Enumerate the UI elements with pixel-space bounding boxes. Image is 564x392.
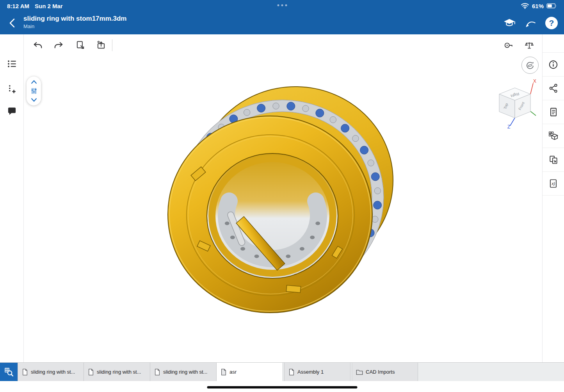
search-icon	[4, 367, 14, 377]
tab-label: sliding ring with st...	[97, 369, 146, 375]
history-up-button[interactable]	[29, 79, 39, 85]
measure-button[interactable]	[500, 37, 517, 54]
battery-percent: 61%	[532, 3, 544, 9]
battery-icon	[546, 3, 557, 9]
stylus-icon	[525, 18, 536, 28]
status-bar: 8:12 AM Sun 2 Mar 61%	[0, 0, 564, 12]
grid-cube-icon	[548, 131, 559, 141]
question-mark-icon: ?	[549, 18, 554, 28]
date: Sun 2 Mar	[35, 3, 63, 9]
help-button[interactable]: ?	[543, 14, 560, 32]
tab-document-1[interactable]: sliding ring with st...	[18, 363, 84, 381]
document-icon	[22, 369, 28, 376]
clock: 8:12 AM	[7, 3, 29, 9]
home-bar-area	[0, 381, 564, 392]
tab-label: asr	[230, 369, 279, 375]
back-button[interactable]	[5, 15, 20, 31]
formula-icon: x)	[548, 178, 559, 189]
notes-button[interactable]	[543, 100, 564, 124]
import-page-icon	[96, 40, 106, 50]
undo-icon	[33, 40, 43, 50]
chevron-down-icon	[30, 98, 38, 102]
tab-asr[interactable]: asr	[217, 363, 283, 381]
redo-button[interactable]	[50, 37, 67, 54]
3d-viewport[interactable]	[0, 0, 564, 392]
tab-document-2[interactable]: sliding ring with st...	[84, 363, 150, 381]
info-icon	[548, 59, 559, 70]
share-icon	[548, 83, 559, 93]
orientation-cube[interactable]: X Z Top Right Front	[491, 79, 544, 130]
search-tab-button[interactable]	[0, 363, 18, 381]
info-button[interactable]	[543, 53, 564, 77]
copy-pages-icon	[548, 155, 559, 165]
nav-bar: sliding ring with stom17mm.3dm Main ?	[0, 12, 564, 34]
import-button[interactable]	[93, 37, 110, 54]
folder-icon	[356, 369, 363, 375]
page-title: sliding ring with stom17mm.3dm	[23, 14, 126, 23]
tab-document-3[interactable]: sliding ring with st...	[150, 363, 217, 381]
scale-check-button[interactable]	[521, 37, 538, 54]
export-page-icon	[75, 40, 85, 50]
history-down-button[interactable]	[29, 97, 39, 103]
history-slider-icon[interactable]	[30, 87, 38, 95]
design-space-label: Main	[23, 23, 126, 30]
export-copy-button[interactable]	[72, 37, 89, 54]
measure-tape-icon	[503, 40, 513, 50]
orbit-rotate-icon	[525, 60, 535, 70]
document-icon	[88, 369, 94, 376]
document-icon	[154, 369, 160, 376]
learn-button[interactable]	[501, 14, 518, 32]
balance-scale-icon	[524, 40, 534, 50]
document-icon	[288, 369, 295, 376]
home-indicator[interactable]	[207, 386, 357, 388]
axis-x-label: X	[533, 79, 536, 84]
tab-cad-imports[interactable]: CAD Imports	[352, 363, 418, 381]
svg-text:x): x)	[551, 181, 555, 186]
tab-label: Assembly 1	[297, 369, 346, 375]
add-item-button[interactable]	[3, 80, 20, 98]
document-icon	[221, 369, 227, 376]
wifi-icon	[521, 2, 529, 9]
comment-icon	[7, 106, 17, 117]
export-parts-button[interactable]	[543, 148, 564, 172]
share-button[interactable]	[543, 77, 564, 100]
items-list-icon	[7, 59, 17, 69]
graduation-cap-icon	[504, 18, 515, 28]
right-toolbar: x)	[542, 34, 564, 362]
tab-label: sliding ring with st...	[31, 369, 80, 375]
left-toolbar	[0, 34, 24, 362]
tab-label: CAD Imports	[366, 369, 414, 375]
history-stepper	[27, 77, 41, 105]
multitask-indicator[interactable]	[277, 4, 287, 6]
pencil-settings-button[interactable]	[522, 14, 539, 32]
comments-button[interactable]	[3, 103, 20, 120]
document-title-block: sliding ring with stom17mm.3dm Main	[23, 14, 126, 30]
tab-assembly-1[interactable]: Assembly 1	[284, 363, 350, 381]
chevron-up-icon	[30, 80, 38, 84]
redo-icon	[53, 40, 64, 50]
items-list-button[interactable]	[3, 55, 20, 72]
document-tab-bar: sliding ring with st... sliding ring wit…	[0, 362, 564, 381]
orbit-lock-button[interactable]	[521, 57, 539, 74]
chevron-left-icon	[8, 18, 17, 29]
document-lines-icon	[548, 107, 559, 117]
formula-button[interactable]: x)	[543, 172, 564, 196]
add-item-icon	[7, 84, 17, 94]
undo-button[interactable]	[29, 37, 46, 54]
display-views-button[interactable]	[543, 124, 564, 148]
bearing-ring-model	[168, 87, 393, 313]
tab-label: sliding ring with st...	[163, 369, 212, 375]
axis-z-label: Z	[507, 124, 510, 130]
toolbar-divider	[112, 39, 112, 51]
